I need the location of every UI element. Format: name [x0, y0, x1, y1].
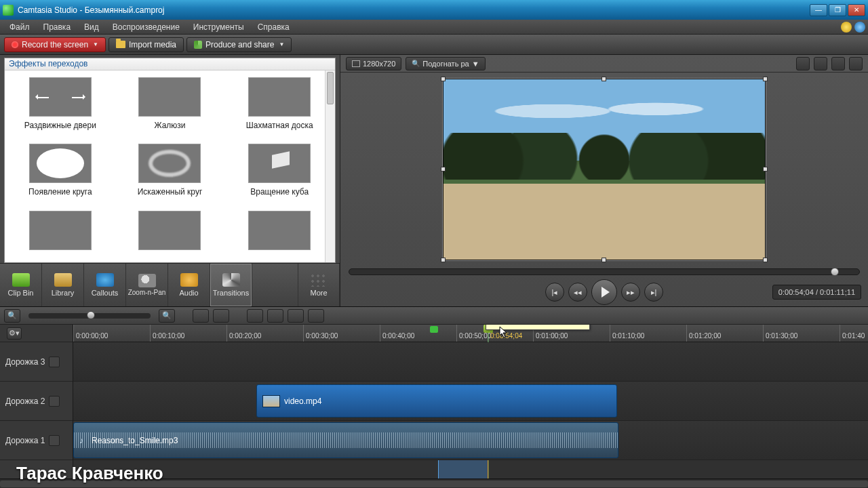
- tab-clip-bin[interactable]: Clip Bin: [0, 264, 42, 306]
- tab-more[interactable]: More: [298, 264, 340, 306]
- import-media-button[interactable]: Import media: [108, 37, 184, 52]
- resize-handle[interactable]: [763, 167, 768, 171]
- close-button[interactable]: ✕: [848, 4, 865, 16]
- timeline-tracks[interactable]: 0:00:00;00 0:00:10;00 0:00:20;00 0:00:30…: [73, 325, 868, 479]
- step-forward-button[interactable]: ▸▸: [621, 283, 640, 302]
- resize-handle[interactable]: [441, 167, 446, 171]
- video-clip[interactable]: video.mp4: [256, 384, 617, 418]
- resize-handle[interactable]: [601, 77, 606, 81]
- track-row[interactable]: ♪ Reasons_to_Smile.mp3: [73, 421, 868, 460]
- track-header[interactable]: Дорожка 2: [0, 382, 73, 421]
- chevron-down-icon: ▼: [93, 41, 98, 47]
- maximize-button[interactable]: ❐: [829, 4, 846, 16]
- preview-tool-2[interactable]: [814, 57, 827, 70]
- chevron-down-icon: ▼: [472, 60, 479, 68]
- mouse-cursor-icon: [499, 326, 509, 340]
- transition-item[interactable]: Вращение куба: [233, 144, 326, 198]
- zoom-in-button[interactable]: 🔍: [159, 309, 175, 323]
- transition-item[interactable]: Появление круга: [14, 144, 106, 198]
- menu-playback[interactable]: Воспроизведение: [106, 20, 186, 34]
- resize-handle[interactable]: [441, 258, 446, 262]
- ruler-tick: 0:00:40;00: [380, 325, 414, 342]
- canvas-size-dropdown[interactable]: 868x488: [346, 57, 401, 70]
- lock-icon[interactable]: [49, 435, 60, 446]
- produce-icon: [194, 41, 202, 49]
- record-label: Record the screen: [22, 40, 88, 49]
- resize-handle[interactable]: [441, 77, 446, 81]
- preview-tool-1[interactable]: [796, 57, 810, 70]
- chevron-down-icon: ▼: [279, 41, 284, 47]
- resize-handle[interactable]: [601, 258, 606, 262]
- track-headers: ⚙▾ Дорожка 3 Дорожка 2 Дорожка 1: [0, 325, 73, 479]
- video-frame[interactable]: [443, 79, 766, 260]
- transition-item[interactable]: Искаженный круг: [124, 144, 216, 198]
- minimize-button[interactable]: —: [810, 4, 827, 16]
- cut-button[interactable]: [247, 309, 263, 323]
- tab-library[interactable]: Library: [42, 264, 84, 306]
- record-icon: [12, 41, 18, 48]
- track-header[interactable]: Дорожка 3: [0, 342, 73, 382]
- panel-title: Эффекты переходов: [5, 58, 335, 70]
- record-screen-button[interactable]: Record the screen ▼: [4, 37, 106, 52]
- timeline-ruler[interactable]: 0:00:00;00 0:00:10;00 0:00:20;00 0:00:30…: [73, 325, 868, 342]
- track-options-button[interactable]: ⚙▾: [7, 327, 22, 340]
- audio-icon: [180, 273, 198, 287]
- transition-item[interactable]: Раздвижные двери: [14, 77, 106, 131]
- lock-icon[interactable]: [49, 396, 60, 407]
- menu-help[interactable]: Справка: [251, 20, 296, 34]
- track-header[interactable]: Дорожка 1: [0, 421, 73, 460]
- lock-icon[interactable]: [49, 357, 60, 367]
- menu-file[interactable]: Файл: [3, 20, 37, 34]
- preview-tool-3[interactable]: [831, 57, 845, 70]
- title-bar: Camtasia Studio - Безымянный.camproj — ❐…: [0, 0, 868, 20]
- transitions-panel: Эффекты переходов Раздвижные двери Жалюз…: [4, 58, 336, 263]
- menu-view[interactable]: Вид: [77, 20, 106, 34]
- selection-start-marker[interactable]: [430, 326, 438, 333]
- tab-callouts[interactable]: Callouts: [84, 264, 126, 306]
- tip-icon[interactable]: [841, 22, 852, 33]
- produce-share-button[interactable]: Produce and share ▼: [186, 37, 292, 52]
- transition-item[interactable]: [233, 211, 326, 256]
- resize-handle[interactable]: [763, 258, 768, 262]
- tab-audio[interactable]: Audio: [168, 264, 210, 306]
- play-button[interactable]: [591, 279, 617, 305]
- time-display: 0:00:54;04 / 0:01:11;11: [772, 285, 861, 300]
- menu-tools[interactable]: Инструменты: [186, 20, 251, 34]
- panel-scrollbar[interactable]: [325, 70, 335, 262]
- tab-transitions[interactable]: Transitions: [210, 264, 252, 306]
- tooltip-value: 0:00:06;13: [549, 325, 584, 326]
- zoom-slider[interactable]: [28, 313, 151, 319]
- track-row[interactable]: video.mp4: [73, 382, 868, 421]
- copy-button[interactable]: [288, 309, 304, 323]
- undo-button[interactable]: [193, 309, 209, 323]
- callouts-icon: [96, 273, 114, 287]
- transition-item[interactable]: [14, 211, 106, 256]
- menu-edit[interactable]: Правка: [37, 20, 78, 34]
- resize-handle[interactable]: [763, 77, 768, 81]
- help-icon[interactable]: [854, 22, 865, 33]
- scrubber-knob[interactable]: [831, 268, 839, 276]
- goto-start-button[interactable]: |◂: [545, 283, 564, 302]
- canvas-fit-dropdown[interactable]: 🔍 Подогнать ра ▼: [406, 57, 485, 70]
- author-watermark: Тарас Кравченко: [16, 463, 163, 484]
- preview-scrubber[interactable]: [349, 268, 860, 275]
- audio-clip[interactable]: ♪ Reasons_to_Smile.mp3: [73, 422, 618, 458]
- zoom-out-button[interactable]: 🔍: [4, 309, 20, 323]
- preview-canvas[interactable]: [340, 73, 868, 266]
- split-button[interactable]: [267, 309, 283, 323]
- goto-end-button[interactable]: ▸|: [644, 283, 663, 302]
- transition-item[interactable]: Шахматная доска: [233, 77, 326, 131]
- ruler-tick: 0:01:30;00: [763, 325, 797, 342]
- tab-zoom-pan[interactable]: Zoom-n-Pan: [126, 264, 168, 306]
- zoom-knob[interactable]: [87, 311, 95, 319]
- track-row[interactable]: [73, 342, 868, 382]
- step-back-button[interactable]: ◂◂: [568, 283, 587, 302]
- window-title: Camtasia Studio - Безымянный.camproj: [18, 5, 164, 15]
- clip-thumbnail-icon: [262, 395, 280, 407]
- preview-detach[interactable]: [849, 57, 863, 70]
- transition-item[interactable]: Жалюзи: [124, 77, 216, 131]
- paste-button[interactable]: [308, 309, 324, 323]
- redo-button[interactable]: [213, 309, 229, 323]
- transition-item[interactable]: [124, 211, 216, 256]
- ruler-tick: 0:01:40: [840, 325, 865, 342]
